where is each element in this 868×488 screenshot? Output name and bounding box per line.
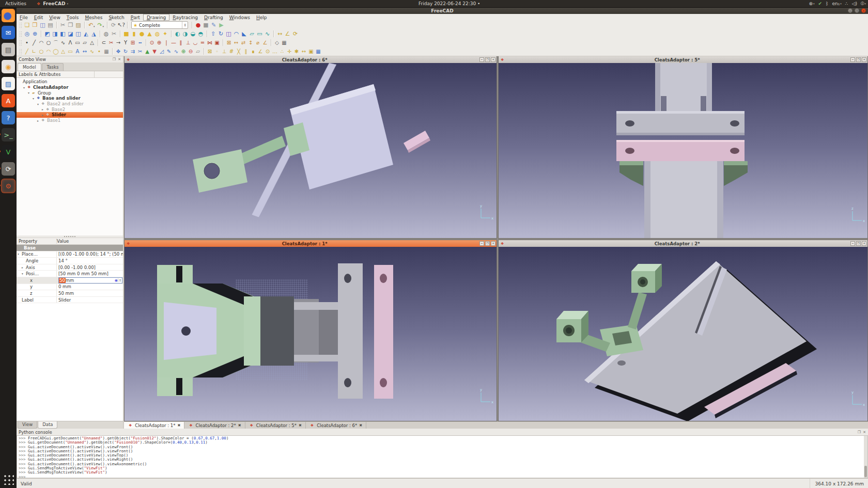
constraint-parallel-icon[interactable]: ∥ [177,39,184,46]
viewport-minimize-button[interactable]: ‒ [479,241,484,246]
view-rear-icon[interactable]: ◫ [74,30,82,38]
view-left-icon[interactable]: ◮ [90,30,98,38]
tab-model[interactable]: Model [18,63,41,71]
view-isometric-icon[interactable]: ◩ [43,30,51,38]
constraint-distance-icon[interactable]: ↔ [233,39,240,46]
constraint-radius-icon[interactable]: ⌀ [254,39,261,46]
python-console-output[interactable]: >>> FreeCADGui.getDocument("Unnamed").ge… [17,435,868,478]
copy-icon[interactable]: ❐ [67,21,74,29]
tray-power-icon[interactable]: ⦶▾ [861,1,866,7]
dock-freecad[interactable]: ⚙ [2,179,15,193]
sketch-bspline-icon[interactable]: ∿ [59,39,67,46]
float-panel-icon[interactable]: ❐ [858,430,861,434]
draft-move-icon[interactable]: ✥ [115,48,122,55]
workbench-selector[interactable]: ★Complete⇕ [131,21,188,29]
dock-vim[interactable]: V [2,145,15,159]
clipping-plane-icon[interactable]: ✂ [110,30,118,38]
sketch-circle-icon[interactable]: ○ [45,39,52,46]
snap-near-icon[interactable]: ∴ [278,48,286,55]
property-place[interactable]: ▾Place…[(0.00 -1.00 0.00); 14 °; (50 mm … [17,251,123,258]
snap-special-icon[interactable]: ✱ [293,48,300,55]
mdi-tab-cleatsadaptor-2[interactable]: ❖CleatsAdaptor : 2*✖ [184,422,245,429]
property-value[interactable]: Slider [57,297,123,303]
viewport-restore-button[interactable]: ❐ [485,57,490,62]
snap-extension-icon[interactable]: … [271,48,278,55]
tree-item-base1[interactable]: ▸❖Base1 [17,118,123,123]
refresh-icon[interactable]: ⟳ [110,21,117,29]
tab-data[interactable]: Data [38,421,57,429]
toggle-grid-icon[interactable]: ▦ [315,48,322,55]
float-panel-icon[interactable]: ❐ [113,57,116,61]
redo-caret-icon[interactable]: ▾ [103,25,104,28]
viewport-1-canvas[interactable]: xy [125,247,497,421]
tree-item-base2[interactable]: ▸❖Base2 [17,106,123,112]
tree-item-application[interactable]: Application [17,79,123,85]
constraint-lock-icon[interactable]: ⊠ [225,39,233,46]
view-right-icon[interactable]: ◪ [67,30,74,38]
mdi-tab-cleatsadaptor-6[interactable]: ❖CleatsAdaptor : 6*✖ [306,422,366,429]
part-torus-icon[interactable]: ◍ [153,30,161,38]
macro-play-icon[interactable]: ▶ [218,21,225,29]
expander-icon[interactable]: ▸ [37,119,41,122]
dock-terminal[interactable]: >_ [2,128,15,141]
draft-line-icon[interactable]: ╱ [23,48,30,55]
toggle-constraint-icon[interactable]: ◇ [273,39,281,46]
property-posi[interactable]: ▾Posi…[50 mm 0 mm 50 mm] [17,271,123,277]
menu-part[interactable]: Part [128,14,143,21]
sweep-icon[interactable]: ∿ [264,30,271,38]
boolean-cut-icon[interactable]: ◑ [181,30,189,38]
expander-icon[interactable]: ▸ [22,266,26,269]
dock-firefox[interactable] [2,9,15,22]
draft-point-icon[interactable]: • [96,48,103,55]
scrollbar-thumb[interactable] [864,466,867,477]
expander-icon[interactable]: ▾ [23,86,27,89]
draft-upgrade-icon[interactable]: ▲ [144,48,151,55]
close-tab-icon[interactable]: ✖ [299,423,302,428]
menu-file[interactable]: File [17,14,31,21]
part-cylinder-icon[interactable]: ▮ [130,30,138,38]
viewport-close-button[interactable]: ✕ [862,57,866,62]
snap-working-plane-icon[interactable]: ▣ [307,48,315,55]
workbench-spinner-icon[interactable]: ⇕ [182,22,188,28]
constraint-horizontal-icon[interactable]: — [170,39,177,46]
print-icon[interactable]: ▤ [47,21,54,29]
draft-shape2dview-icon[interactable]: ▱ [194,48,202,55]
undo-caret-icon[interactable]: ▾ [94,25,95,28]
vertical-splitter[interactable] [123,56,124,429]
minimize-button[interactable]: ‒ [848,8,853,13]
sketch-trim-icon[interactable]: ✂ [107,39,115,46]
viewport-1-titlebar[interactable]: ❖ CleatsAdaptor : 1* ‒ ❐ ✕ [125,240,497,247]
macro-edit-icon[interactable]: ✎ [210,21,218,29]
paste-icon[interactable]: ▨ [74,21,82,29]
draft-edit-icon[interactable]: ✎ [165,48,173,55]
maximize-button[interactable]: ❐ [855,8,859,13]
mdi-tab-cleatsadaptor-5[interactable]: ❖CleatsAdaptor : 5*✖ [245,422,306,429]
property-value[interactable]: [0.00 -1.00 0.00] [57,264,123,271]
sketch-polygon-icon[interactable]: △ [88,39,96,46]
sketch-line-icon[interactable]: ╱ [30,39,38,46]
dock-help[interactable]: ? [2,111,15,124]
viewport-minimize-button[interactable]: ‒ [850,57,855,62]
close-tab-icon[interactable]: ✖ [177,423,180,428]
constraint-distance-y-icon[interactable]: ↕ [247,39,254,46]
new-document-icon[interactable]: ❏ [23,21,31,29]
save-document-icon[interactable]: ◫ [39,21,47,29]
toolbar-drag-handle[interactable] [19,40,22,46]
console-scrollbar[interactable] [864,436,867,478]
expander-icon[interactable]: ▾ [18,253,22,256]
measure-refresh-icon[interactable]: ⟳ [291,30,299,38]
draft-downgrade-icon[interactable]: ▼ [151,48,158,55]
expander-icon[interactable]: ▸ [42,107,46,111]
tray-volume-icon[interactable]: ◁) [852,1,857,6]
window-titlebar[interactable]: FreeCAD ‒ ❐ ✕ [17,7,868,14]
viewport-restore-button[interactable]: ❐ [485,241,490,246]
snap-endpoint-icon[interactable]: ∎ [250,48,257,55]
constraint-symmetric-icon[interactable]: ⋈ [206,39,213,46]
close-tab-icon[interactable]: ✖ [238,423,241,428]
tree-item-base-and-slider[interactable]: ▾❖Base and slider [17,96,123,101]
menu-windows[interactable]: Windows [226,14,253,21]
dock-libreoffice[interactable]: ▨ [2,77,15,90]
draft-ellipse-icon[interactable]: ◯ [52,48,59,55]
python-console-titlebar[interactable]: Python console ❐ ✕ [17,429,868,435]
extrude-icon[interactable]: ⇧ [209,30,217,38]
